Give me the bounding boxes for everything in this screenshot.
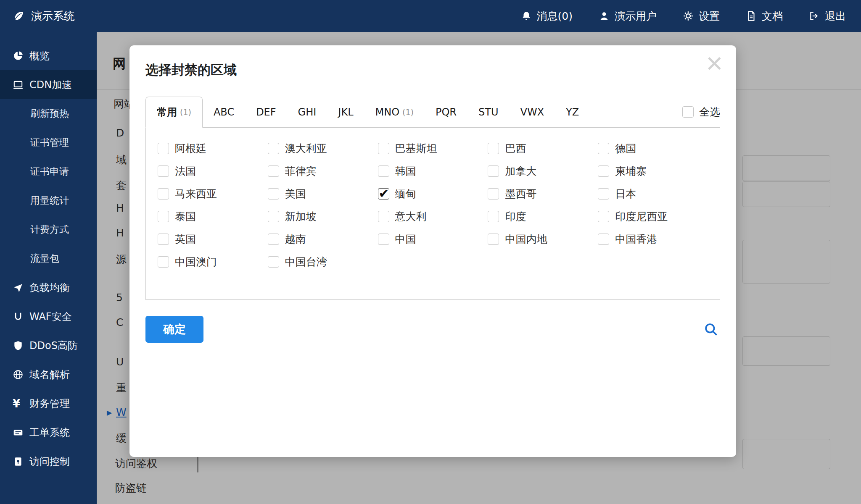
checkbox-icon [488,211,499,222]
tab-common[interactable]: 常用 (1) [145,97,203,128]
sidebar-item-billing[interactable]: 计费方式 [0,215,97,244]
tab-label: YZ [566,106,579,118]
user-menu-button[interactable]: 演示用户 [599,9,657,23]
region-select-dialog: 选择封禁的区域 ✕ 常用 (1) ABC DEF GHI JKL MNO (1)… [129,45,736,457]
tab-ghi[interactable]: GHI [287,97,327,127]
region-checkbox[interactable]: 菲律宾 [268,160,378,182]
sidebar-item-refresh-preheat[interactable]: 刷新预热 [0,99,97,128]
region-checkbox-checked[interactable]: 缅甸 [378,182,488,205]
region-label: 缅甸 [395,187,416,201]
checkbox-icon [268,211,279,222]
region-checkbox[interactable]: 韩国 [378,160,488,182]
region-checkbox[interactable]: 美国 [268,182,378,205]
sidebar-item-access-control[interactable]: 访问控制 [0,447,97,476]
region-checkbox[interactable]: 越南 [268,228,378,250]
region-checkbox[interactable]: 印度尼西亚 [598,205,708,228]
region-checkbox[interactable]: 澳大利亚 [268,137,378,160]
tab-label: 常用 [157,105,177,119]
tab-label: GHI [298,106,317,118]
sidebar-item-tickets[interactable]: 工单系统 [0,418,97,447]
region-label: 印度尼西亚 [615,210,668,223]
cdn-monitor-icon [13,79,29,90]
region-checkbox[interactable]: 阿根廷 [158,137,268,160]
messages-label: 消息(0) [537,9,573,23]
logout-button[interactable]: 退出 [809,9,846,23]
tab-count: (1) [402,108,414,117]
region-checkbox[interactable]: 新加坡 [268,205,378,228]
region-label: 德国 [615,142,636,155]
region-checkbox[interactable]: 马来西亚 [158,182,268,205]
messages-button[interactable]: 消息(0) [521,9,573,23]
docs-button[interactable]: 文档 [746,9,783,23]
gear-icon [683,10,694,21]
region-label: 巴基斯坦 [395,142,437,155]
tab-mno[interactable]: MNO (1) [364,97,425,127]
region-checkbox[interactable]: 柬埔寨 [598,160,708,182]
region-checkbox[interactable]: 日本 [598,182,708,205]
sidebar-item-label: 证书管理 [30,136,69,149]
regions-grid: 阿根廷 澳大利亚 巴基斯坦 巴西 德国 法国 菲律宾 韩国 加拿大 柬埔寨 马来… [158,137,708,273]
document-icon [746,10,757,21]
sidebar-item-finance[interactable]: ¥ 财务管理 [0,389,97,418]
tab-stu[interactable]: STU [467,97,509,127]
tab-def[interactable]: DEF [245,97,287,127]
tab-label: ABC [214,106,234,118]
checkbox-icon [488,165,499,177]
sidebar-item-usage-stats[interactable]: 用量统计 [0,186,97,215]
yen-icon: ¥ [13,397,29,410]
tab-pqr[interactable]: PQR [425,97,467,127]
region-label: 中国澳门 [175,255,217,269]
tab-label: DEF [256,106,276,118]
access-icon [13,456,29,467]
region-checkbox[interactable]: 英国 [158,228,268,250]
sidebar-item-label: 计费方式 [30,223,69,236]
sidebar-item-cert-apply[interactable]: 证书申请 [0,157,97,186]
sidebar: 概览 CDN加速 刷新预热 证书管理 证书申请 用量统计 计费方式 流量包 负载… [0,32,97,504]
docs-label: 文档 [762,9,783,23]
bell-icon [521,10,532,21]
sidebar-item-label: CDN加速 [29,78,72,92]
sidebar-item-dns[interactable]: 域名解析 [0,360,97,389]
sidebar-item-overview[interactable]: 概览 [0,41,97,70]
confirm-button[interactable]: 确定 [145,316,203,343]
sidebar-item-traffic-pack[interactable]: 流量包 [0,244,97,273]
select-all-label: 全选 [699,105,720,119]
region-checkbox[interactable]: 中国台湾 [268,250,378,273]
tab-vwx[interactable]: VWX [510,97,555,127]
region-checkbox[interactable]: 巴基斯坦 [378,137,488,160]
region-label: 墨西哥 [505,187,536,201]
tab-yz[interactable]: YZ [555,97,590,127]
region-checkbox[interactable]: 墨西哥 [488,182,598,205]
close-icon[interactable]: ✕ [705,53,724,75]
sidebar-item-ddos[interactable]: DDoS高防 [0,331,97,360]
region-checkbox[interactable]: 意大利 [378,205,488,228]
checkbox-icon [598,165,609,177]
region-checkbox[interactable]: 中国香港 [598,228,708,250]
region-label: 中国香港 [615,232,657,246]
region-checkbox[interactable]: 中国内地 [488,228,598,250]
brand[interactable]: 演示系统 [0,9,75,24]
tab-jkl[interactable]: JKL [327,97,364,127]
region-label: 柬埔寨 [615,164,647,178]
tab-label: JKL [338,106,353,118]
region-checkbox[interactable]: 德国 [598,137,708,160]
sidebar-item-load-balancer[interactable]: 负载均衡 [0,273,97,302]
region-checkbox[interactable]: 巴西 [488,137,598,160]
region-checkbox[interactable]: 加拿大 [488,160,598,182]
region-checkbox[interactable]: 中国澳门 [158,250,268,273]
region-checkbox[interactable]: 印度 [488,205,598,228]
sidebar-item-cdn[interactable]: CDN加速 [0,70,97,99]
region-checkbox[interactable]: 中国 [378,228,488,250]
region-checkbox[interactable]: 法国 [158,160,268,182]
sidebar-item-waf[interactable]: WAF安全 [0,302,97,331]
shield-icon [13,340,29,351]
settings-label: 设置 [699,9,720,23]
sidebar-item-cert-management[interactable]: 证书管理 [0,128,97,157]
tab-count: (1) [180,108,191,117]
search-icon[interactable] [703,322,718,337]
tab-abc[interactable]: ABC [203,97,245,127]
region-checkbox[interactable]: 泰国 [158,205,268,228]
select-all-checkbox[interactable]: 全选 [682,105,720,119]
settings-button[interactable]: 设置 [683,9,720,23]
region-label: 阿根廷 [175,142,206,155]
